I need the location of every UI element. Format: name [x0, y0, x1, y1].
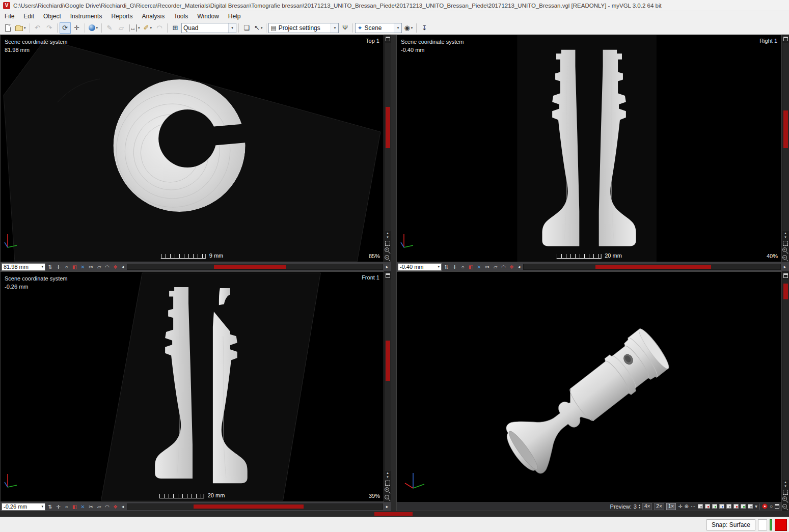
scroll-thumb[interactable] — [214, 265, 285, 269]
slice-scrollbar[interactable] — [127, 264, 383, 270]
viewport-right[interactable]: Scene coordinate system -0.40 mm Right 1… — [396, 35, 782, 262]
cursor-mode-icon[interactable]: ↖▾ — [253, 22, 264, 34]
viewport-front-scrollbar[interactable]: ▴ ▾ + − — [384, 271, 391, 502]
open-file-icon[interactable]: ▾ — [14, 22, 28, 34]
preview-spinner[interactable]: ▴▾ — [639, 504, 640, 509]
undo-icon[interactable]: ↶ — [32, 22, 43, 34]
slice-circle-icon[interactable]: ○ — [63, 504, 70, 510]
layout-select[interactable]: Quad ▾ — [181, 23, 236, 33]
menu-analysis[interactable]: Analysis — [137, 11, 169, 21]
zoom-in-icon[interactable]: + — [385, 247, 391, 254]
vertical-scroll-track[interactable] — [384, 279, 391, 471]
zoom-in-icon[interactable]: + — [782, 496, 789, 503]
menu-object[interactable]: Object — [39, 11, 66, 21]
zoom-fit-icon[interactable] — [385, 241, 390, 246]
maximize-view-icon[interactable]: ❏ — [241, 22, 252, 34]
record-icon[interactable] — [762, 503, 768, 509]
undock-view-icon[interactable] — [783, 37, 788, 41]
slice-position-select[interactable]: -0.26 mm▾ — [2, 503, 45, 511]
menu-help[interactable]: Help — [224, 11, 246, 21]
cut-icon[interactable]: ✂ — [88, 504, 94, 510]
cut-icon[interactable]: ✂ — [88, 264, 94, 270]
downsample-1x-button[interactable]: 1× — [666, 503, 676, 510]
scroll-right-icon[interactable]: ▸ — [385, 504, 390, 509]
scroll-right-icon[interactable]: ▸ — [385, 264, 390, 269]
render-preset-icon[interactable] — [726, 504, 731, 509]
ct-slice-top-canvas[interactable] — [1, 35, 384, 262]
slice-center-icon[interactable]: ✛ — [451, 264, 458, 270]
render-mode-icon[interactable]: ▾ — [87, 22, 100, 34]
measurement-icon[interactable]: ↔▾ — [127, 22, 142, 34]
downsample-4x-button[interactable]: 4× — [642, 503, 652, 510]
zoom-in-icon[interactable]: + — [782, 247, 789, 254]
render-preset-icon[interactable] — [741, 504, 746, 509]
slice-scrollbar[interactable] — [523, 264, 781, 270]
render-3d-canvas[interactable] — [397, 272, 781, 511]
pan-view-icon[interactable]: ✛ — [71, 22, 83, 34]
menu-instruments[interactable]: Instruments — [66, 11, 107, 21]
scroll-thumb[interactable] — [783, 110, 788, 148]
scroll-up-icon[interactable]: ▴ — [784, 231, 786, 235]
scroll-down-icon[interactable]: ▾ — [784, 235, 786, 239]
undock-view-icon[interactable] — [386, 273, 390, 278]
slice-scrollbar[interactable] — [127, 503, 383, 510]
axis-lock-icon[interactable]: ✕ — [79, 264, 86, 270]
menu-edit[interactable]: Edit — [19, 11, 39, 21]
visibility-icon[interactable]: ◉▾ — [402, 22, 414, 34]
undock-view-icon[interactable] — [783, 273, 788, 278]
zoom-in-icon[interactable]: + — [385, 487, 391, 494]
cut-icon[interactable]: ✂ — [484, 264, 491, 270]
slice-position-select[interactable]: -0.40 mm▾ — [398, 263, 442, 271]
render-preset-icon[interactable] — [698, 504, 703, 509]
annotation-icon[interactable]: ✎ — [104, 22, 115, 34]
roi-box-icon[interactable]: ▱ — [96, 264, 102, 270]
axis-lock-icon[interactable]: ✕ — [476, 264, 482, 270]
clip-half-icon[interactable]: ◧ — [468, 264, 474, 270]
curve-icon[interactable]: ◠ — [104, 504, 111, 510]
menu-window[interactable]: Window — [193, 11, 224, 21]
vertical-scroll-track[interactable] — [782, 279, 789, 480]
curve-icon[interactable]: ◠ — [500, 264, 507, 270]
pinwheel-icon[interactable]: ❖ — [112, 264, 119, 270]
move-icon[interactable]: ✛ — [678, 503, 682, 509]
scroll-up-icon[interactable]: ▴ — [784, 480, 786, 484]
scroll-left-icon[interactable]: ◂ — [120, 264, 125, 269]
zoom-out-icon[interactable]: − — [385, 255, 391, 262]
scroll-thumb[interactable] — [386, 341, 390, 381]
rotate-view-icon[interactable]: ⟳ — [60, 22, 71, 34]
scroll-up-icon[interactable]: ▴ — [387, 471, 389, 475]
target-icon[interactable]: ⊕ — [685, 503, 689, 509]
polyline-tool-icon[interactable]: ✐▾ — [142, 22, 153, 34]
slice-center-icon[interactable]: ✛ — [55, 504, 62, 510]
menu-file[interactable]: File — [0, 11, 19, 21]
snap-mode-indicator[interactable]: Snap: Surface — [706, 519, 755, 530]
scroll-left-icon[interactable]: ◂ — [120, 504, 125, 509]
scroll-left-icon[interactable]: ◂ — [516, 264, 522, 269]
zoom-out-icon[interactable]: − — [782, 255, 789, 262]
scroll-thumb[interactable] — [374, 512, 413, 516]
vertical-scroll-track[interactable] — [384, 43, 391, 231]
roi-box-icon[interactable]: ▱ — [492, 264, 499, 270]
scroll-thumb[interactable] — [386, 107, 390, 148]
slice-step-icon[interactable]: ⇅ — [47, 264, 53, 270]
scroll-thumb[interactable] — [194, 505, 303, 509]
downsample-2x-button[interactable]: 2× — [654, 503, 664, 510]
slice-center-icon[interactable]: ✛ — [55, 264, 62, 270]
pinwheel-icon[interactable]: ❖ — [112, 504, 119, 510]
viewport-top[interactable]: Scene coordinate system 81.98 mm Top 1 9… — [0, 35, 384, 262]
viewport-divider[interactable] — [391, 35, 396, 511]
pinwheel-icon[interactable]: ❖ — [508, 264, 515, 270]
clipping-icon[interactable]: ◠ — [154, 22, 165, 34]
zoom-fit-icon[interactable] — [783, 241, 788, 246]
ct-slice-front-canvas[interactable] — [1, 272, 384, 501]
scene-select[interactable]: ✦ Scene ▾ — [355, 23, 402, 33]
new-file-icon[interactable] — [2, 22, 13, 34]
slice-position-select[interactable]: 81.98 mm▾ — [2, 263, 45, 271]
light-source-icon[interactable]: Ψ — [339, 22, 350, 34]
scroll-down-icon[interactable]: ▾ — [387, 475, 389, 479]
zoom-out-icon[interactable]: − — [385, 495, 391, 501]
snapshot-icon[interactable]: ○ — [770, 503, 773, 509]
scroll-down-icon[interactable]: ▾ — [784, 484, 786, 488]
render-preset-icon[interactable] — [748, 504, 753, 509]
undock-view-icon[interactable] — [775, 504, 779, 509]
